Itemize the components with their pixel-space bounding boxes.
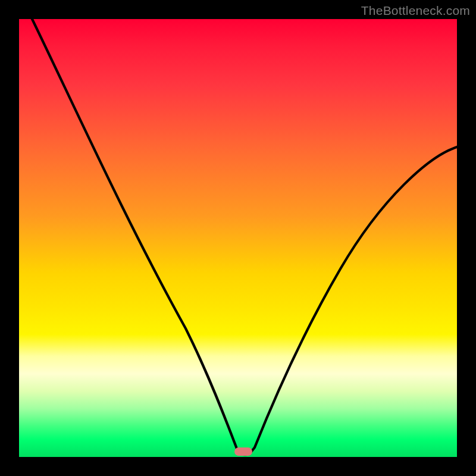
optimum-marker (234, 447, 252, 456)
chart-frame: TheBottleneck.com (0, 0, 476, 476)
plot-area (19, 19, 457, 457)
bottleneck-curve (19, 19, 457, 457)
watermark-text: TheBottleneck.com (361, 4, 470, 18)
